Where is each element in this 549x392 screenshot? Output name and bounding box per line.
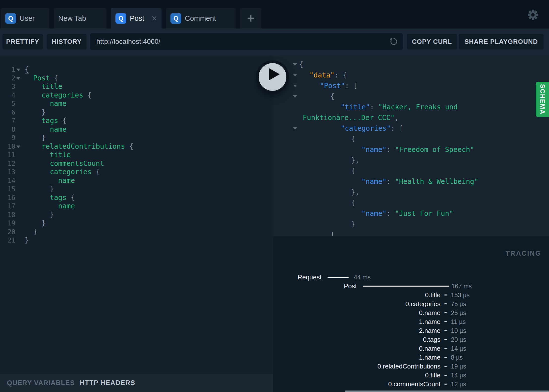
- code-text: }: [25, 211, 273, 219]
- settings-gear-icon[interactable]: [527, 9, 539, 21]
- code-text: }: [25, 219, 273, 228]
- history-button[interactable]: HISTORY: [47, 34, 86, 49]
- token: {: [96, 168, 100, 176]
- trace-value: 167 ms: [451, 282, 472, 291]
- token: "Just For Fun": [395, 209, 453, 218]
- editor-line: 6}: [0, 108, 273, 117]
- prettify-button[interactable]: PRETTIFY: [2, 34, 43, 49]
- close-icon[interactable]: ×: [149, 14, 157, 23]
- token: "data": [309, 71, 334, 79]
- editor-line: 18}: [0, 211, 273, 219]
- token: {: [25, 65, 29, 74]
- token: {: [129, 142, 133, 150]
- code-text: }: [299, 219, 549, 229]
- tab-label: Comment: [185, 14, 216, 23]
- line-number: 15: [0, 185, 15, 194]
- tab-new-tab[interactable]: New Tab: [54, 8, 107, 28]
- line-number: 3: [0, 82, 15, 91]
- trace-label: 0.title: [425, 291, 440, 299]
- code-text: {: [299, 91, 549, 102]
- editor-line: 12commentsCount: [0, 159, 273, 168]
- horizontal-scrollbar[interactable]: [345, 391, 549, 392]
- share-playground-button[interactable]: SHARE PLAYGROUND: [459, 34, 544, 49]
- response-line: {: [273, 91, 549, 102]
- fold-arrow-icon[interactable]: [293, 85, 297, 87]
- trace-value: 8 µs: [451, 353, 463, 362]
- tab-user[interactable]: QUser: [1, 8, 49, 28]
- token: "Health & Wellbeing": [395, 177, 478, 186]
- trace-value: 10 µs: [451, 326, 466, 335]
- query-badge: Q: [115, 13, 126, 24]
- code-text: "Post": [: [299, 80, 549, 91]
- fold-arrow-icon[interactable]: [293, 127, 297, 130]
- trace-label: 0.relatedContributions: [378, 362, 440, 371]
- line-number: 12: [0, 159, 15, 168]
- fold-arrow-icon[interactable]: [293, 63, 297, 66]
- token: ,: [395, 114, 399, 122]
- new-tab-button[interactable]: +: [240, 8, 261, 28]
- schema-tab-label: SCHEMA: [539, 84, 546, 115]
- execute-query-button[interactable]: [256, 60, 289, 94]
- token: }: [41, 108, 46, 116]
- copy-curl-button[interactable]: COPY CURL: [407, 34, 457, 49]
- fold-arrow-icon[interactable]: [16, 69, 20, 71]
- fold-arrow-icon[interactable]: [16, 77, 20, 80]
- token: },: [351, 188, 359, 196]
- line-number: 17: [0, 202, 15, 211]
- query-variables-tab[interactable]: QUERY VARIABLES: [7, 379, 75, 387]
- line-number: 18: [0, 211, 15, 219]
- code-text: Post {: [25, 74, 273, 83]
- trace-label: 0.commentsCount: [388, 380, 440, 389]
- token: :: [370, 103, 378, 111]
- response-line: {: [273, 134, 549, 144]
- line-number: 1: [0, 65, 15, 74]
- line-number: 7: [0, 117, 15, 125]
- token: }: [50, 185, 54, 193]
- url-input[interactable]: http://localhost:4000/: [90, 33, 403, 50]
- response-line: "name": "Just For Fun": [273, 208, 549, 219]
- code-text: {: [25, 65, 273, 74]
- text-cursor: [25, 73, 29, 74]
- token: }: [33, 228, 37, 236]
- tab-label: New Tab: [58, 14, 86, 23]
- trace-dash: [444, 303, 447, 304]
- response-line: Funktionäre...Der CCC",: [273, 112, 549, 123]
- graphql-playground-window: QUserNew TabQPost×QComment+ PRETTIFY HIS…: [0, 0, 549, 392]
- code-text: "name": "Freedom of Speech": [299, 144, 549, 155]
- http-headers-tab[interactable]: HTTP HEADERS: [80, 379, 135, 387]
- code-text: tags {: [25, 117, 273, 125]
- response-line: "data": {: [273, 70, 549, 80]
- trace-dash: [444, 330, 447, 331]
- trace-row: 1.name8 µs: [273, 353, 549, 362]
- fold-arrow-icon[interactable]: [293, 95, 297, 98]
- line-number: 2: [0, 74, 15, 83]
- tab-comment[interactable]: QComment: [166, 8, 236, 28]
- token: : [: [391, 124, 403, 132]
- fold-arrow-icon[interactable]: [16, 146, 20, 148]
- trace-label: 0.name: [419, 308, 440, 317]
- query-editor[interactable]: 1{2Post {3title4categories {5name6}7tags…: [0, 56, 273, 374]
- trace-label: 0.title: [425, 371, 440, 380]
- toolbar: PRETTIFY HISTORY http://localhost:4000/ …: [0, 28, 549, 56]
- line-number: 5: [0, 99, 15, 108]
- token: }: [41, 134, 46, 142]
- line-number: 21: [0, 236, 15, 245]
- token: },: [351, 156, 359, 164]
- trace-row: 2.name10 µs: [273, 326, 549, 335]
- token: :: [386, 146, 395, 154]
- trace-dash: [444, 357, 447, 358]
- tab-post[interactable]: QPost×: [111, 8, 162, 28]
- editor-line: 10relatedContributions {: [0, 142, 273, 151]
- tab-label: User: [20, 14, 35, 23]
- refresh-icon[interactable]: [389, 37, 398, 46]
- code-text: {: [299, 166, 549, 176]
- response-line: {: [273, 59, 549, 70]
- trace-row: 0.tags20 µs: [273, 335, 549, 344]
- fold-arrow-icon[interactable]: [293, 74, 297, 76]
- code-text: {: [299, 197, 549, 208]
- code-text: }: [25, 108, 273, 117]
- bottom-bar: QUERY VARIABLES HTTP HEADERS: [0, 374, 273, 392]
- trace-label: 0.tags: [423, 335, 440, 344]
- editor-line: 4categories {: [0, 91, 273, 100]
- schema-tab[interactable]: SCHEMA: [536, 82, 549, 117]
